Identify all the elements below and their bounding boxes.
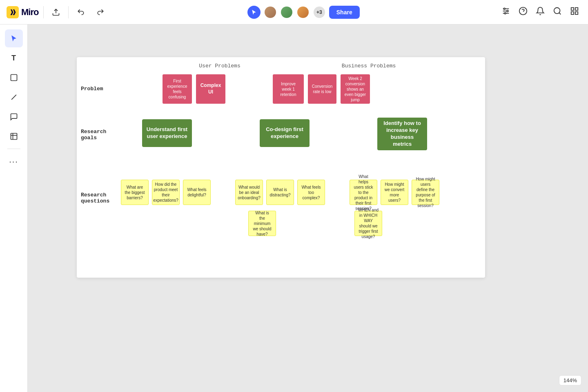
miro-logo: Miro <box>7 6 38 18</box>
sidebar-tool-frame[interactable] <box>5 127 23 145</box>
sticky-stick[interactable]: What helps users stick to the product in… <box>350 180 377 205</box>
research-questions-label: Research questions <box>81 192 114 204</box>
board: User Problems Business Problems Problem … <box>77 57 485 278</box>
svg-point-6 <box>507 10 508 12</box>
sidebar-tool-sticky[interactable] <box>5 69 23 87</box>
svg-line-11 <box>559 13 561 14</box>
upload-button[interactable] <box>49 6 63 19</box>
sticky-define-purpose[interactable]: How might users define the purpose of th… <box>412 180 439 205</box>
topbar-right <box>499 4 581 20</box>
redo-button[interactable] <box>93 6 108 19</box>
topbar-divider2 <box>68 6 69 18</box>
sidebar-tool-comment[interactable] <box>5 108 23 126</box>
sticky-codesign[interactable]: Co-design first experience <box>260 119 310 147</box>
svg-rect-14 <box>571 12 574 14</box>
sidebar: T ··· <box>0 24 28 392</box>
sticky-onboarding[interactable]: What would be an ideal onboarding? <box>235 180 263 205</box>
topbar: Miro +3 Share <box>0 0 588 24</box>
svg-point-7 <box>504 13 506 14</box>
sticky-first-experience[interactable]: First experience feels confusing <box>163 74 192 104</box>
sticky-expectations[interactable]: How did the product meet their expectati… <box>152 180 180 205</box>
sticky-distracting[interactable]: What is distracting? <box>266 180 294 205</box>
help-icon[interactable] <box>516 4 530 20</box>
sticky-understand-ux[interactable]: Understand first user experience <box>142 119 192 147</box>
board-menu-icon[interactable] <box>568 4 581 20</box>
avatar-2 <box>280 6 293 19</box>
sticky-identify-metrics[interactable]: Identify how to increase key business me… <box>377 118 427 150</box>
settings-icon[interactable] <box>499 4 513 20</box>
sticky-complex[interactable]: What feels too complex? <box>297 180 325 205</box>
topbar-center: +3 Share <box>247 6 360 19</box>
sidebar-separator <box>7 149 20 149</box>
sticky-week2-conversion[interactable]: Week 2 conversion shows an even bigger j… <box>341 74 370 104</box>
notifications-icon[interactable] <box>533 4 547 20</box>
collaborators-count: +3 <box>313 6 326 19</box>
user-problems-header: User Problems <box>158 63 281 69</box>
sidebar-tool-more[interactable]: ··· <box>5 152 23 170</box>
search-icon[interactable] <box>550 4 564 20</box>
cursor-indicator <box>247 6 261 19</box>
svg-point-5 <box>504 8 506 10</box>
topbar-divider <box>43 6 44 18</box>
svg-line-17 <box>11 95 16 100</box>
svg-rect-16 <box>11 75 17 81</box>
sticky-complex-ui[interactable]: Complex UI <box>196 74 225 104</box>
zoom-indicator: 144% <box>559 375 581 385</box>
sticky-barriers[interactable]: What are the biggest barriers? <box>121 180 149 205</box>
avatar-3 <box>296 6 310 19</box>
sticky-when-trigger[interactable]: WHEN and in WHICH WAY should we trigger … <box>354 211 382 236</box>
sticky-conversion-rate[interactable]: Conversion rate is low <box>308 74 336 104</box>
business-problems-header: Business Problems <box>293 63 444 69</box>
problem-label: Problem <box>81 86 114 92</box>
svg-rect-18 <box>11 134 17 140</box>
app-name: Miro <box>21 7 38 18</box>
share-button[interactable]: Share <box>329 6 360 19</box>
svg-rect-12 <box>571 8 574 10</box>
topbar-left: Miro <box>7 6 108 19</box>
svg-rect-15 <box>575 12 578 14</box>
svg-point-10 <box>554 8 560 14</box>
sidebar-tool-cursor[interactable] <box>5 29 23 47</box>
canvas: User Problems Business Problems Problem … <box>28 24 588 392</box>
sticky-minimum[interactable]: What is the minimum we should have? <box>248 211 276 236</box>
sticky-delightful[interactable]: What feels delightful? <box>183 180 211 205</box>
undo-button[interactable] <box>74 6 88 19</box>
sticky-improve-retention[interactable]: Improve week 1 retention <box>273 74 304 104</box>
svg-rect-13 <box>575 8 578 10</box>
avatar-1 <box>264 6 277 19</box>
research-goals-label: Research goals <box>81 129 114 141</box>
sidebar-tool-text[interactable]: T <box>5 49 23 67</box>
sidebar-tool-line[interactable] <box>5 88 23 106</box>
sticky-convert[interactable]: How might we convert more users? <box>381 180 408 205</box>
